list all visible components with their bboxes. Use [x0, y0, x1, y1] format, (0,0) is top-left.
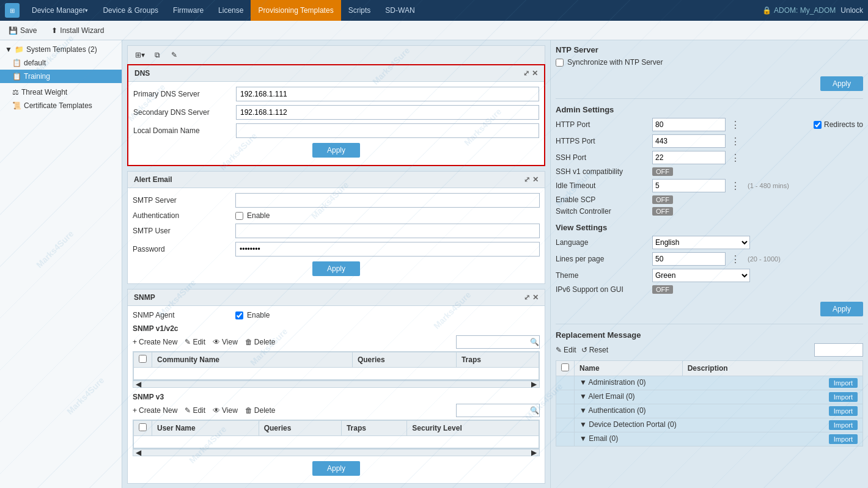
dns-close-button[interactable]: ✕: [532, 69, 538, 78]
nav-license[interactable]: License: [211, 0, 251, 21]
http-port-stepper[interactable]: ⋮: [730, 119, 740, 131]
smtp-server-input[interactable]: [235, 193, 540, 208]
ssh-v1-toggle[interactable]: OFF: [652, 167, 673, 176]
repl-search-input[interactable]: [814, 343, 863, 357]
view-toggle-button[interactable]: ⊞ ▾: [133, 48, 147, 62]
secondary-dns-input[interactable]: [236, 105, 539, 120]
snmp-v1v2-create-button[interactable]: + Create New: [133, 338, 177, 346]
scroll-left-icon[interactable]: ◀: [136, 380, 141, 388]
snmp-v3-search: 🔍: [456, 404, 540, 417]
snmp-v1v2-view-button[interactable]: 👁 View: [213, 338, 238, 346]
snmp-apply-button[interactable]: Apply: [312, 461, 360, 476]
nav-device-manager[interactable]: Device Manager ▾: [24, 0, 95, 21]
repl-reset-button[interactable]: ↺ Reset: [581, 346, 608, 354]
snmp-close-button[interactable]: ✕: [532, 293, 539, 302]
snmp-v3-edit-button[interactable]: ✎ Edit: [185, 406, 205, 415]
enable-scp-toggle[interactable]: OFF: [652, 195, 673, 204]
repl-select-all[interactable]: [561, 363, 569, 371]
snmp-title: SNMP: [134, 293, 155, 302]
snmp-v3-col-check: [134, 421, 152, 436]
theme-select[interactable]: Green: [652, 269, 750, 282]
repl-email-import-button[interactable]: Import: [829, 434, 858, 444]
theme-row: Theme Green: [556, 269, 863, 282]
snmp-v3-delete-button[interactable]: 🗑 Delete: [245, 406, 276, 415]
repl-authentication-import-button[interactable]: Import: [829, 406, 858, 416]
sidebar-item-default[interactable]: 📋 default: [0, 56, 122, 70]
ssh-port-input[interactable]: [652, 151, 726, 164]
language-select[interactable]: English: [652, 236, 750, 249]
snmp-v1v2-edit-button[interactable]: ✎ Edit: [185, 338, 205, 346]
install-wizard-button[interactable]: ⬆ Install Wizard: [48, 25, 108, 36]
sidebar-item-training[interactable]: 📋 Training: [0, 70, 122, 83]
edit-button[interactable]: ✎: [167, 48, 182, 62]
scroll-right-icon[interactable]: ▶: [531, 448, 537, 457]
alert-email-title: Alert Email: [134, 175, 172, 184]
snmp-v3-header: SNMP v3: [133, 393, 540, 401]
nav-sd-wan[interactable]: SD-WAN: [378, 0, 422, 21]
save-button[interactable]: 💾 Save: [5, 25, 40, 36]
snmp-v3-select-all[interactable]: [139, 423, 147, 431]
right-panel: NTP Server Synchronize with NTP Server A…: [550, 40, 868, 488]
switch-controller-toggle[interactable]: OFF: [652, 207, 673, 216]
snmp-v1v2-delete-button[interactable]: 🗑 Delete: [245, 338, 276, 346]
dns-expand-button[interactable]: ⤢: [523, 69, 529, 78]
sidebar-item-certificate-templates[interactable]: 📜 Certificate Templates: [0, 99, 122, 112]
repl-edit-button[interactable]: ✎ Edit: [556, 346, 576, 354]
chevron-down-icon: ▼: [579, 434, 587, 443]
lines-stepper[interactable]: ⋮: [730, 253, 740, 265]
snmp-v1v2-header: SNMP v1/v2c: [133, 324, 540, 333]
scroll-right-icon[interactable]: ▶: [531, 380, 537, 388]
alert-email-apply-button[interactable]: Apply: [312, 261, 360, 276]
ssh-port-stepper[interactable]: ⋮: [730, 152, 740, 164]
idle-timeout-stepper[interactable]: ⋮: [730, 180, 740, 192]
language-row: Language English: [556, 236, 863, 249]
local-domain-input[interactable]: [236, 123, 539, 138]
password-input[interactable]: [235, 242, 540, 257]
chevron-down-icon: ▾: [141, 51, 145, 59]
snmp-v3-create-button[interactable]: + Create New: [133, 406, 177, 415]
nav-device-groups[interactable]: Device & Groups: [95, 0, 166, 21]
snmp-agent-checkbox-row: Enable: [235, 311, 270, 319]
nav-firmware[interactable]: Firmware: [166, 0, 211, 21]
snmp-expand-button[interactable]: ⤢: [524, 293, 530, 302]
unlock-button[interactable]: Unlock: [840, 6, 863, 15]
repl-alert-email-import-button[interactable]: Import: [829, 392, 858, 402]
http-port-input[interactable]: [652, 118, 726, 131]
snmp-v3-table-container: User Name Queries Traps Security Level: [133, 420, 540, 449]
nav-scripts[interactable]: Scripts: [341, 0, 378, 21]
sidebar-item-threat-weight[interactable]: ⚖ Threat Weight: [0, 86, 122, 99]
idle-timeout-input[interactable]: [652, 179, 726, 192]
ntp-sync-checkbox[interactable]: [556, 59, 564, 67]
primary-dns-label: Primary DNS Server: [133, 90, 231, 98]
snmp-v3-table: User Name Queries Traps Security Level: [133, 420, 539, 448]
lines-per-page-input[interactable]: [652, 252, 726, 266]
dns-apply-button[interactable]: Apply: [312, 143, 360, 158]
smtp-user-input[interactable]: [235, 224, 540, 238]
snmp-v1v2-hscroll[interactable]: ◀ ▶: [133, 381, 540, 388]
ipv6-toggle[interactable]: OFF: [652, 285, 673, 294]
scroll-left-icon[interactable]: ◀: [136, 448, 141, 457]
snmp-agent-checkbox[interactable]: [235, 311, 243, 319]
authentication-checkbox[interactable]: [235, 212, 243, 220]
repl-administration-import-button[interactable]: Import: [829, 378, 858, 388]
repl-device-detection-import-button[interactable]: Import: [829, 420, 858, 430]
view-settings-apply-button[interactable]: Apply: [820, 302, 863, 316]
redirects-checkbox[interactable]: [814, 121, 822, 129]
primary-dns-input[interactable]: [236, 87, 539, 101]
https-port-stepper[interactable]: ⋮: [730, 136, 740, 147]
alert-email-close-button[interactable]: ✕: [532, 175, 539, 184]
snmp-v3-search-input[interactable]: [457, 406, 530, 415]
https-port-input[interactable]: [652, 134, 726, 148]
snmp-v1v2-search-input[interactable]: [457, 338, 530, 346]
idle-timeout-hint: (1 - 480 mins): [748, 182, 789, 189]
ntp-apply-button[interactable]: Apply: [820, 76, 863, 91]
snmp-v3-hscroll[interactable]: ◀ ▶: [133, 449, 540, 456]
copy-button[interactable]: ⧉: [150, 48, 164, 62]
alert-email-expand-button[interactable]: ⤢: [524, 175, 530, 184]
snmp-v3-view-button[interactable]: 👁 View: [213, 406, 238, 415]
ipv6-label: IPv6 Support on GUI: [556, 285, 647, 294]
nav-provisioning-templates[interactable]: Provisioning Templates: [251, 0, 340, 21]
system-templates-header[interactable]: ▼ 📁 System Templates (2): [0, 43, 122, 56]
top-nav: ⊞ Device Manager ▾ Device & Groups Firmw…: [0, 0, 868, 21]
snmp-v1v2-select-all[interactable]: [139, 355, 147, 363]
